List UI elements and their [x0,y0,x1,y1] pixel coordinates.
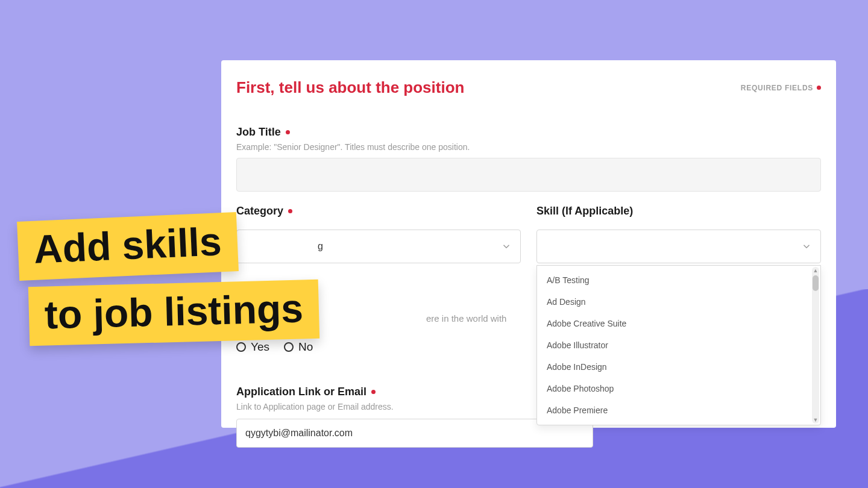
remote-no-label: No [298,340,313,354]
category-label: Category [236,205,521,217]
overlay-note-line1: Add skills [17,212,239,281]
job-title-field: Job Title Example: "Senior Designer". Ti… [236,126,821,192]
skill-column: Skill (If Applicable) A/B Testing Ad Des… [536,205,821,263]
required-fields-label: REQUIRED FIELDS [741,84,821,92]
skill-option[interactable]: Adobe Creative Suite [537,313,820,334]
job-title-input[interactable] [236,158,821,192]
scroll-thumb[interactable] [813,275,819,291]
remote-yes-label: Yes [251,340,269,354]
skill-option[interactable]: Adobe Photoshop [537,378,820,399]
required-dot-icon [817,86,821,90]
required-dot-icon [371,390,376,394]
overlay-note-line2: to job listings [28,280,319,346]
title-row: First, tell us about the position REQUIR… [236,78,821,97]
remote-yes-radio[interactable]: Yes [236,340,269,354]
scroll-down-icon: ▼ [812,416,819,424]
chevron-down-icon [501,241,512,252]
skill-option[interactable]: Adobe InDesign [537,356,820,378]
category-column: Category g [236,205,521,263]
category-skill-row: Category g Skill (If Applicable) [236,205,821,263]
skill-dropdown: A/B Testing Ad Design Adobe Creative Sui… [536,265,821,425]
job-title-label: Job Title [236,126,821,139]
skill-select[interactable] [536,230,821,263]
skill-option[interactable]: Ad Design [537,291,820,313]
skill-option[interactable]: Adobe Illustrator [537,334,820,356]
scroll-up-icon: ▲ [812,267,819,274]
required-dot-icon [286,130,290,134]
remote-hint-fragment: ere in the world with [426,313,506,324]
skill-label-text: Skill (If Applicable) [536,205,633,217]
category-select[interactable]: g [236,230,521,263]
category-selected-fragment: g [318,241,323,252]
application-label-text: Application Link or Email [236,386,366,398]
form-card: First, tell us about the position REQUIR… [221,60,836,428]
required-fields-text: REQUIRED FIELDS [741,84,813,92]
remote-no-radio[interactable]: No [284,340,313,354]
skill-option[interactable]: Adobe Premiere [537,399,820,421]
required-dot-icon [288,209,292,213]
page-title: First, tell us about the position [236,78,464,97]
skill-option[interactable]: A/B Testing [537,269,820,291]
category-label-text: Category [236,205,283,217]
job-title-label-text: Job Title [236,126,281,139]
stage: First, tell us about the position REQUIR… [0,0,868,488]
job-title-hint: Example: "Senior Designer". Titles must … [236,142,821,152]
dropdown-scrollbar[interactable]: ▲ ▼ [812,267,819,424]
remote-radio-row: Yes No [236,340,313,354]
skill-label: Skill (If Applicable) [536,205,821,217]
chevron-down-icon [801,241,812,252]
